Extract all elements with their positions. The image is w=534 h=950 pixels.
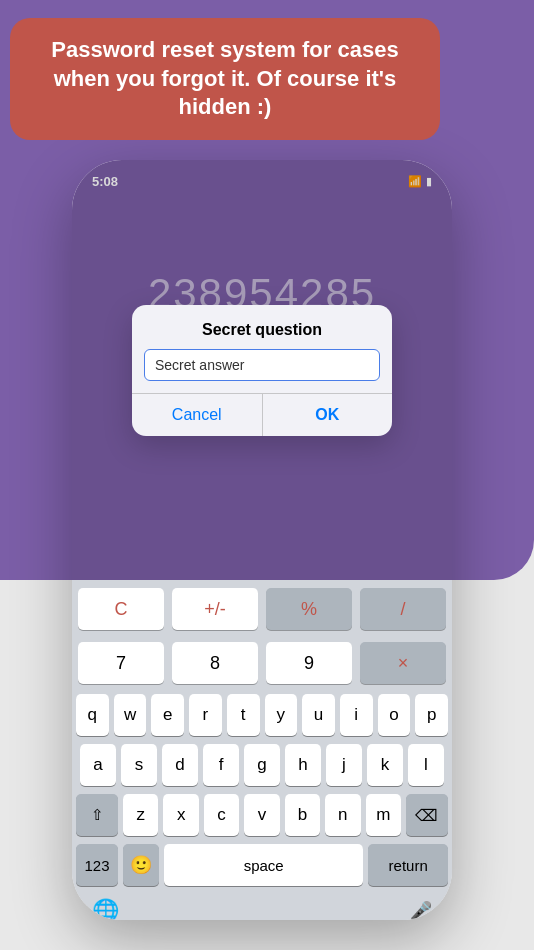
- key-r[interactable]: r: [189, 694, 222, 736]
- key-k[interactable]: k: [367, 744, 403, 786]
- space-key[interactable]: space: [164, 844, 363, 886]
- calc-key-c[interactable]: C: [78, 588, 164, 630]
- dialog-title: Secret question: [132, 305, 392, 349]
- key-w[interactable]: w: [114, 694, 147, 736]
- mic-icon[interactable]: 🎤: [410, 900, 432, 920]
- calc-key-multiply[interactable]: ×: [360, 642, 446, 684]
- key-y[interactable]: y: [265, 694, 298, 736]
- phone-mockup: 5:08 📶 ▮ 238954285 Secret question Cance…: [72, 160, 452, 920]
- key-s[interactable]: s: [121, 744, 157, 786]
- calc-key-9[interactable]: 9: [266, 642, 352, 684]
- calc-special-row: C +/- % /: [72, 580, 452, 634]
- key-q[interactable]: q: [76, 694, 109, 736]
- keyboard-row-1: q w e r t y u i o p: [72, 690, 452, 740]
- shift-key[interactable]: ⇧: [76, 794, 118, 836]
- key-f[interactable]: f: [203, 744, 239, 786]
- key-j[interactable]: j: [326, 744, 362, 786]
- secret-answer-input[interactable]: [144, 349, 380, 381]
- keyboard-row-3: ⇧ z x c v b n m ⌫: [72, 790, 452, 840]
- key-z[interactable]: z: [123, 794, 158, 836]
- globe-icon[interactable]: 🌐: [92, 898, 119, 920]
- key-x[interactable]: x: [163, 794, 198, 836]
- key-d[interactable]: d: [162, 744, 198, 786]
- key-n[interactable]: n: [325, 794, 360, 836]
- calc-key-divide[interactable]: /: [360, 588, 446, 630]
- key-g[interactable]: g: [244, 744, 280, 786]
- key-b[interactable]: b: [285, 794, 320, 836]
- key-h[interactable]: h: [285, 744, 321, 786]
- cancel-button[interactable]: Cancel: [132, 394, 263, 436]
- key-c[interactable]: c: [204, 794, 239, 836]
- key-i[interactable]: i: [340, 694, 373, 736]
- ok-button[interactable]: OK: [263, 394, 393, 436]
- keyboard-bottom-bar: 🌐 🎤: [72, 892, 452, 920]
- keyboard-row-4: 123 🙂 space return: [72, 840, 452, 890]
- numbers-key[interactable]: 123: [76, 844, 118, 886]
- calc-key-plusminus[interactable]: +/-: [172, 588, 258, 630]
- key-m[interactable]: m: [366, 794, 401, 836]
- calc-key-7[interactable]: 7: [78, 642, 164, 684]
- calc-key-percent[interactable]: %: [266, 588, 352, 630]
- header-text: Password reset system for cases when you…: [30, 36, 420, 122]
- key-l[interactable]: l: [408, 744, 444, 786]
- key-u[interactable]: u: [302, 694, 335, 736]
- key-e[interactable]: e: [151, 694, 184, 736]
- key-o[interactable]: o: [378, 694, 411, 736]
- calc-key-8[interactable]: 8: [172, 642, 258, 684]
- secret-question-dialog: Secret question Cancel OK: [132, 305, 392, 436]
- header-banner: Password reset system for cases when you…: [10, 18, 440, 140]
- emoji-key[interactable]: 🙂: [123, 844, 159, 886]
- key-a[interactable]: a: [80, 744, 116, 786]
- backspace-key[interactable]: ⌫: [406, 794, 448, 836]
- key-v[interactable]: v: [244, 794, 279, 836]
- qwerty-keyboard: q w e r t y u i o p a s d f g h j k l: [72, 688, 452, 892]
- calc-number-row: 7 8 9 ×: [72, 634, 452, 688]
- key-p[interactable]: p: [415, 694, 448, 736]
- dialog-buttons: Cancel OK: [132, 393, 392, 436]
- key-t[interactable]: t: [227, 694, 260, 736]
- keyboard-row-2: a s d f g h j k l: [72, 740, 452, 790]
- return-key[interactable]: return: [368, 844, 448, 886]
- phone-screen-top: 5:08 📶 ▮ 238954285 Secret question Cance…: [72, 160, 452, 580]
- phone-keyboard: C +/- % / 7 8 9 × q w e r t y u i o p: [72, 580, 452, 920]
- dialog-input-wrap: [132, 349, 392, 393]
- dialog-overlay: Secret question Cancel OK: [72, 160, 452, 580]
